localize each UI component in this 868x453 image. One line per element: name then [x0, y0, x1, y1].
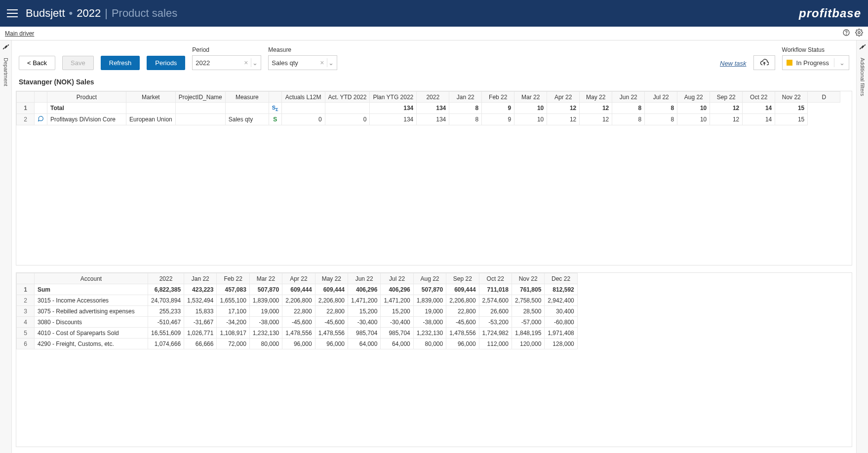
account-cell[interactable]: 4010 - Cost of Spareparts Sold: [35, 328, 148, 339]
right-rail[interactable]: Additional filters: [856, 40, 868, 453]
data-cell[interactable]: 2,942,400: [545, 295, 577, 306]
data-cell[interactable]: 1,108,917: [217, 328, 249, 339]
data-cell[interactable]: -57,000: [512, 317, 544, 328]
data-cell[interactable]: 12: [710, 103, 743, 114]
data-cell[interactable]: -30,400: [348, 317, 381, 328]
data-cell[interactable]: 134: [417, 103, 449, 114]
grid2-header[interactable]: Nov 22: [512, 273, 544, 284]
data-cell[interactable]: 6,822,385: [148, 284, 184, 295]
data-cell[interactable]: 812,592: [545, 284, 577, 295]
data-cell[interactable]: 1,478,556: [315, 328, 348, 339]
grid1-header[interactable]: Plan YTG 2022: [370, 92, 417, 103]
data-cell[interactable]: 1,655,100: [217, 295, 249, 306]
grid1-header[interactable]: Measure: [225, 92, 269, 103]
data-cell[interactable]: 8: [449, 103, 482, 114]
data-cell[interactable]: 8: [645, 103, 677, 114]
product-cell[interactable]: Profitways DiVision Core: [47, 114, 126, 125]
data-cell[interactable]: 1,971,408: [545, 328, 577, 339]
data-cell[interactable]: 15,200: [381, 306, 413, 317]
data-cell[interactable]: 1,026,771: [184, 328, 217, 339]
data-cell[interactable]: 128,000: [545, 339, 577, 349]
data-cell[interactable]: 22,800: [315, 306, 348, 317]
data-cell[interactable]: -34,200: [217, 317, 249, 328]
data-cell[interactable]: 12: [580, 103, 612, 114]
data-cell[interactable]: 761,805: [512, 284, 544, 295]
chevron-down-icon[interactable]: ⌄: [328, 59, 334, 67]
clear-icon[interactable]: ×: [242, 59, 250, 67]
data-cell[interactable]: 9: [482, 114, 514, 125]
data-cell[interactable]: 0: [325, 114, 370, 125]
data-cell[interactable]: 64,000: [381, 339, 413, 349]
data-cell[interactable]: 9: [482, 103, 514, 114]
market-cell[interactable]: European Union: [126, 114, 176, 125]
data-cell[interactable]: 96,000: [282, 339, 315, 349]
grid1-header[interactable]: Act. YTD 2022: [325, 92, 370, 103]
data-cell[interactable]: 1,724,982: [479, 328, 512, 339]
data-cell[interactable]: 19,000: [413, 306, 446, 317]
data-cell[interactable]: -45,600: [446, 317, 479, 328]
data-cell[interactable]: 80,000: [249, 339, 282, 349]
grid1-header[interactable]: Market: [126, 92, 176, 103]
grid2-header[interactable]: Apr 22: [282, 273, 315, 284]
chevron-down-icon[interactable]: ⌄: [839, 59, 845, 67]
grid1-header[interactable]: Feb 22: [482, 92, 514, 103]
left-rail[interactable]: Department: [0, 40, 12, 453]
data-cell[interactable]: 1,848,195: [512, 328, 544, 339]
data-cell[interactable]: 12: [580, 114, 612, 125]
data-cell[interactable]: 8: [449, 114, 482, 125]
grid2-header[interactable]: Jan 22: [184, 273, 217, 284]
grid1-header[interactable]: [17, 92, 35, 103]
tools-icon[interactable]: [859, 43, 866, 52]
data-cell[interactable]: 15: [775, 114, 808, 125]
data-cell[interactable]: -60,800: [545, 317, 577, 328]
data-cell[interactable]: -53,200: [479, 317, 512, 328]
grid1-header[interactable]: Nov 22: [775, 92, 808, 103]
data-cell[interactable]: 17,100: [217, 306, 249, 317]
data-cell[interactable]: 423,223: [184, 284, 217, 295]
data-cell[interactable]: 1,478,556: [446, 328, 479, 339]
data-cell[interactable]: 96,000: [446, 339, 479, 349]
data-cell[interactable]: 8: [612, 103, 645, 114]
comment-icon[interactable]: [35, 103, 47, 114]
data-cell[interactable]: 8: [645, 114, 677, 125]
data-cell[interactable]: 609,444: [446, 284, 479, 295]
data-cell[interactable]: 2,206,800: [315, 295, 348, 306]
settings-icon[interactable]: [855, 29, 863, 38]
workflow-combo[interactable]: In Progress ⌄: [782, 55, 849, 70]
data-cell[interactable]: 30,400: [545, 306, 577, 317]
grid1-header[interactable]: Mar 22: [514, 92, 547, 103]
grid1-header[interactable]: [269, 92, 281, 103]
period-combo[interactable]: 2022 × ⌄: [192, 55, 261, 70]
data-cell[interactable]: 15: [775, 103, 808, 114]
data-cell[interactable]: 66,666: [184, 339, 217, 349]
data-cell[interactable]: [281, 103, 325, 114]
data-cell[interactable]: 985,704: [381, 328, 413, 339]
clear-icon[interactable]: ×: [318, 59, 326, 67]
data-cell[interactable]: 0: [281, 114, 325, 125]
grid1-header[interactable]: Jun 22: [612, 92, 645, 103]
account-cell[interactable]: Sum: [35, 284, 148, 295]
data-cell[interactable]: 64,000: [348, 339, 381, 349]
main-driver-link[interactable]: Main driver: [5, 30, 34, 37]
data-cell[interactable]: 15,200: [348, 306, 381, 317]
data-cell[interactable]: 80,000: [413, 339, 446, 349]
grid2-header[interactable]: Mar 22: [249, 273, 282, 284]
data-cell[interactable]: 1,074,666: [148, 339, 184, 349]
data-cell[interactable]: -510,467: [148, 317, 184, 328]
data-cell[interactable]: 15,833: [184, 306, 217, 317]
project-cell[interactable]: [175, 103, 225, 114]
measure-combo[interactable]: Sales qty × ⌄: [268, 55, 337, 70]
cloud-upload-button[interactable]: [753, 55, 775, 70]
periods-button[interactable]: Periods: [147, 56, 185, 70]
comment-icon[interactable]: [35, 114, 47, 125]
data-cell[interactable]: 120,000: [512, 339, 544, 349]
grid1-header[interactable]: Product: [47, 92, 126, 103]
data-cell[interactable]: 24,703,894: [148, 295, 184, 306]
account-cell[interactable]: 4290 - Freight, Customs, etc.: [35, 339, 148, 349]
data-cell[interactable]: 2,758,500: [512, 295, 544, 306]
help-icon[interactable]: [842, 29, 850, 38]
data-cell[interactable]: 711,018: [479, 284, 512, 295]
data-cell[interactable]: 985,704: [348, 328, 381, 339]
data-cell[interactable]: 134: [370, 114, 417, 125]
data-cell[interactable]: -30,400: [381, 317, 413, 328]
